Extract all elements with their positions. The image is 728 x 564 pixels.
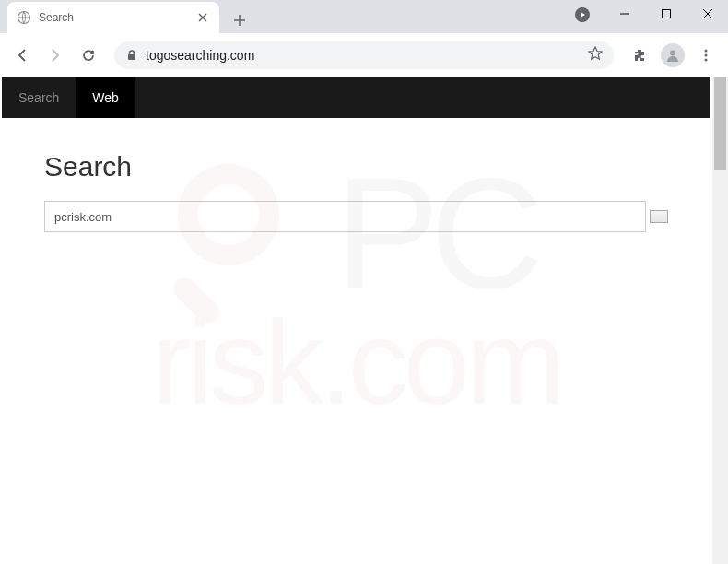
svg-point-3 — [670, 51, 675, 56]
back-button[interactable] — [7, 41, 37, 70]
watermark-text-risk: risk.com — [152, 293, 561, 431]
nav-item-search[interactable]: Search — [2, 77, 76, 118]
search-input[interactable] — [44, 201, 646, 232]
extensions-icon[interactable] — [625, 41, 654, 70]
menu-button[interactable] — [691, 41, 721, 70]
url-text: togosearching.com — [146, 48, 581, 63]
reload-button[interactable] — [74, 41, 103, 70]
nav-item-web[interactable]: Web — [76, 77, 135, 118]
avatar-icon — [661, 43, 685, 67]
search-section: Search — [0, 118, 712, 265]
lock-icon — [125, 49, 138, 62]
tab-title: Search — [39, 11, 188, 24]
media-control-icon[interactable] — [575, 7, 590, 22]
window-controls — [604, 0, 728, 28]
bookmark-star-icon[interactable] — [588, 46, 603, 65]
svg-point-6 — [705, 59, 708, 62]
globe-icon — [17, 10, 31, 25]
maximize-button[interactable] — [645, 0, 687, 28]
search-row — [44, 201, 668, 232]
svg-rect-1 — [662, 10, 670, 18]
page-content: Search Web Search PC risk.com — [0, 77, 712, 564]
titlebar: Search — [0, 0, 728, 33]
search-submit-button[interactable] — [650, 210, 668, 223]
svg-point-4 — [705, 50, 708, 53]
profile-avatar[interactable] — [658, 41, 687, 70]
forward-button[interactable] — [41, 41, 70, 70]
minimize-button[interactable] — [604, 0, 645, 28]
page-nav-bar: Search Web — [2, 77, 710, 118]
content-area: Search Web Search PC risk.com — [0, 77, 728, 564]
close-icon[interactable] — [195, 10, 210, 25]
svg-point-5 — [705, 54, 708, 57]
vertical-scrollbar[interactable] — [712, 77, 728, 564]
browser-chrome: Search — [0, 0, 728, 77]
address-bar[interactable]: togosearching.com — [114, 41, 614, 69]
new-tab-button[interactable] — [227, 7, 252, 33]
scroll-thumb[interactable] — [714, 77, 726, 170]
svg-rect-2 — [128, 54, 135, 60]
browser-tab[interactable]: Search — [7, 2, 219, 33]
close-window-button[interactable] — [687, 0, 728, 28]
page-title: Search — [44, 151, 668, 182]
browser-toolbar: togosearching.com — [0, 33, 728, 77]
toolbar-right — [625, 41, 721, 70]
